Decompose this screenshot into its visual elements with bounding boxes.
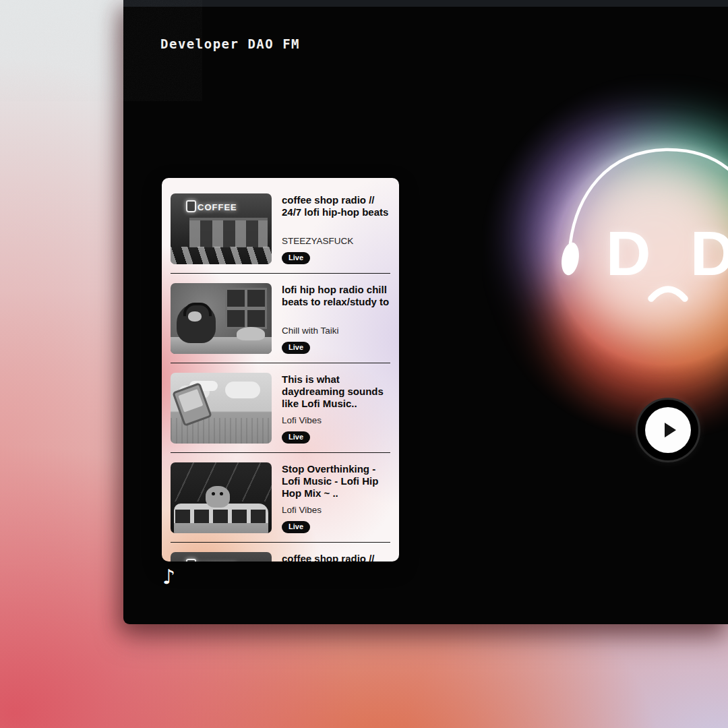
live-badge: Live (282, 431, 310, 444)
video-meta: Chill with Taiki Live (282, 326, 390, 354)
logo-letter-left: D (606, 219, 650, 288)
video-meta: Lofi Vibes Live (282, 415, 390, 444)
video-title: coffee shop radio // 24/7 lofi hip-hop b… (282, 553, 390, 562)
video-info: This is what daydreaming sounds like Lof… (282, 373, 390, 444)
live-badge: Live (282, 342, 310, 354)
blob-figure (206, 486, 230, 508)
video-info: coffee shop radio // 24/7 lofi hip-hop b… (282, 552, 390, 562)
video-title: Stop Overthinking - Lofi Music - Lofi Hi… (282, 463, 390, 499)
coffee-sign-text: COFFEE (198, 202, 237, 212)
video-title: This is what daydreaming sounds like Lof… (282, 373, 390, 410)
channel-name: STEEZYASFUCK (282, 236, 390, 246)
dog-figure (237, 327, 265, 340)
app-window: Developer DAO FM D D (123, 0, 728, 624)
play-button-circle (645, 407, 691, 453)
channel-name: Chill with Taiki (282, 326, 390, 336)
playlist-item[interactable]: COFFEE coffee shop radio // 24/7 lofi hi… (171, 193, 390, 274)
playlist-item[interactable]: This is what daydreaming sounds like Lof… (171, 373, 390, 453)
playlist-card[interactable]: COFFEE coffee shop radio // 24/7 lofi hi… (162, 178, 399, 562)
play-icon (665, 423, 676, 437)
playlist-item[interactable]: COFFEE coffee shop radio // 24/7 lofi hi… (171, 552, 390, 562)
live-badge: Live (282, 521, 310, 533)
logo-smile-arc (651, 289, 685, 299)
playlist-item[interactable]: Stop Overthinking - Lofi Music - Lofi Hi… (171, 462, 390, 543)
coffee-sign-text: COFFEE (198, 561, 237, 562)
coffee-cup-icon (186, 200, 196, 212)
headphone-earpad (559, 241, 581, 276)
video-meta: STEEZYASFUCK Live (282, 236, 390, 264)
live-badge: Live (282, 252, 310, 264)
video-thumbnail-bus-night (171, 462, 272, 533)
video-info: coffee shop radio // 24/7 lofi hip-hop b… (282, 193, 390, 264)
logo-letter-right: D (690, 219, 728, 288)
video-title: lofi hip hop radio chill beats to relax/… (282, 284, 390, 308)
coffee-cup-icon (186, 559, 196, 562)
play-button[interactable] (636, 398, 700, 462)
video-info: Stop Overthinking - Lofi Music - Lofi Hi… (282, 462, 390, 533)
playlist-item[interactable]: lofi hip hop radio chill beats to relax/… (171, 283, 390, 363)
lofi-girl-figure (177, 304, 216, 343)
robot-figure (172, 382, 212, 427)
screenshot-stage: Developer DAO FM D D (0, 0, 728, 728)
video-thumbnail-coffee-shop: COFFEE (171, 552, 272, 562)
video-meta: Lofi Vibes Live (282, 505, 390, 533)
video-title: coffee shop radio // 24/7 lofi hip-hop b… (282, 194, 390, 218)
channel-name: Lofi Vibes (282, 505, 390, 515)
video-info: lofi hip hop radio chill beats to relax/… (282, 283, 390, 354)
video-thumbnail-daydream (171, 373, 272, 444)
video-thumbnail-lofi-girl (171, 283, 272, 354)
channel-name: Lofi Vibes (282, 415, 390, 425)
music-note-icon[interactable]: ♪ (162, 565, 175, 588)
video-thumbnail-coffee-shop: COFFEE (171, 193, 272, 264)
